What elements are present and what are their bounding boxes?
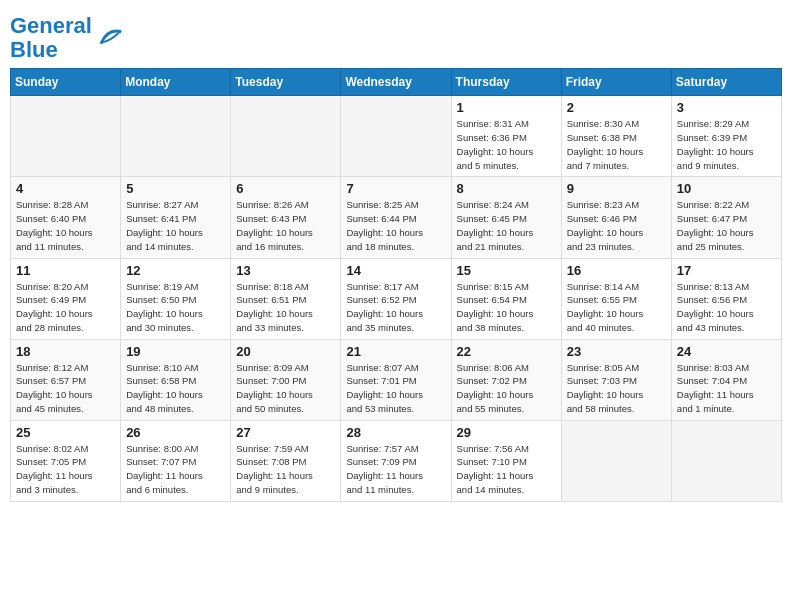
day-info: Sunrise: 8:02 AM Sunset: 7:05 PM Dayligh… <box>16 442 115 497</box>
weekday-header-friday: Friday <box>561 69 671 96</box>
day-info: Sunrise: 8:03 AM Sunset: 7:04 PM Dayligh… <box>677 361 776 416</box>
day-number: 12 <box>126 263 225 278</box>
day-info: Sunrise: 8:15 AM Sunset: 6:54 PM Dayligh… <box>457 280 556 335</box>
day-info: Sunrise: 8:26 AM Sunset: 6:43 PM Dayligh… <box>236 198 335 253</box>
day-number: 21 <box>346 344 445 359</box>
day-info: Sunrise: 8:19 AM Sunset: 6:50 PM Dayligh… <box>126 280 225 335</box>
day-info: Sunrise: 8:25 AM Sunset: 6:44 PM Dayligh… <box>346 198 445 253</box>
day-info: Sunrise: 8:18 AM Sunset: 6:51 PM Dayligh… <box>236 280 335 335</box>
day-info: Sunrise: 8:29 AM Sunset: 6:39 PM Dayligh… <box>677 117 776 172</box>
calendar-cell: 23Sunrise: 8:05 AM Sunset: 7:03 PM Dayli… <box>561 339 671 420</box>
day-info: Sunrise: 8:14 AM Sunset: 6:55 PM Dayligh… <box>567 280 666 335</box>
day-number: 4 <box>16 181 115 196</box>
calendar-cell: 16Sunrise: 8:14 AM Sunset: 6:55 PM Dayli… <box>561 258 671 339</box>
day-number: 11 <box>16 263 115 278</box>
calendar-cell <box>121 96 231 177</box>
calendar-cell: 4Sunrise: 8:28 AM Sunset: 6:40 PM Daylig… <box>11 177 121 258</box>
calendar-cell: 7Sunrise: 8:25 AM Sunset: 6:44 PM Daylig… <box>341 177 451 258</box>
calendar-cell <box>231 96 341 177</box>
calendar-cell: 2Sunrise: 8:30 AM Sunset: 6:38 PM Daylig… <box>561 96 671 177</box>
day-number: 16 <box>567 263 666 278</box>
day-number: 19 <box>126 344 225 359</box>
calendar-cell: 22Sunrise: 8:06 AM Sunset: 7:02 PM Dayli… <box>451 339 561 420</box>
day-number: 18 <box>16 344 115 359</box>
day-info: Sunrise: 8:24 AM Sunset: 6:45 PM Dayligh… <box>457 198 556 253</box>
day-number: 23 <box>567 344 666 359</box>
day-info: Sunrise: 8:07 AM Sunset: 7:01 PM Dayligh… <box>346 361 445 416</box>
calendar-cell: 13Sunrise: 8:18 AM Sunset: 6:51 PM Dayli… <box>231 258 341 339</box>
calendar-cell: 10Sunrise: 8:22 AM Sunset: 6:47 PM Dayli… <box>671 177 781 258</box>
calendar-cell: 29Sunrise: 7:56 AM Sunset: 7:10 PM Dayli… <box>451 420 561 501</box>
day-info: Sunrise: 7:59 AM Sunset: 7:08 PM Dayligh… <box>236 442 335 497</box>
calendar-cell: 15Sunrise: 8:15 AM Sunset: 6:54 PM Dayli… <box>451 258 561 339</box>
calendar-cell: 12Sunrise: 8:19 AM Sunset: 6:50 PM Dayli… <box>121 258 231 339</box>
calendar-cell: 25Sunrise: 8:02 AM Sunset: 7:05 PM Dayli… <box>11 420 121 501</box>
calendar-cell: 14Sunrise: 8:17 AM Sunset: 6:52 PM Dayli… <box>341 258 451 339</box>
day-info: Sunrise: 8:06 AM Sunset: 7:02 PM Dayligh… <box>457 361 556 416</box>
calendar-cell: 21Sunrise: 8:07 AM Sunset: 7:01 PM Dayli… <box>341 339 451 420</box>
calendar-cell: 1Sunrise: 8:31 AM Sunset: 6:36 PM Daylig… <box>451 96 561 177</box>
day-number: 8 <box>457 181 556 196</box>
calendar-cell: 11Sunrise: 8:20 AM Sunset: 6:49 PM Dayli… <box>11 258 121 339</box>
day-number: 2 <box>567 100 666 115</box>
day-info: Sunrise: 8:20 AM Sunset: 6:49 PM Dayligh… <box>16 280 115 335</box>
calendar-cell <box>671 420 781 501</box>
day-number: 29 <box>457 425 556 440</box>
day-info: Sunrise: 8:12 AM Sunset: 6:57 PM Dayligh… <box>16 361 115 416</box>
day-number: 14 <box>346 263 445 278</box>
day-number: 1 <box>457 100 556 115</box>
calendar-cell: 9Sunrise: 8:23 AM Sunset: 6:46 PM Daylig… <box>561 177 671 258</box>
logo: General Blue <box>10 14 122 62</box>
calendar-cell: 28Sunrise: 7:57 AM Sunset: 7:09 PM Dayli… <box>341 420 451 501</box>
calendar-week-3: 11Sunrise: 8:20 AM Sunset: 6:49 PM Dayli… <box>11 258 782 339</box>
day-number: 20 <box>236 344 335 359</box>
calendar-cell: 6Sunrise: 8:26 AM Sunset: 6:43 PM Daylig… <box>231 177 341 258</box>
day-number: 27 <box>236 425 335 440</box>
day-number: 28 <box>346 425 445 440</box>
calendar-week-2: 4Sunrise: 8:28 AM Sunset: 6:40 PM Daylig… <box>11 177 782 258</box>
day-number: 9 <box>567 181 666 196</box>
weekday-header-row: SundayMondayTuesdayWednesdayThursdayFrid… <box>11 69 782 96</box>
weekday-header-wednesday: Wednesday <box>341 69 451 96</box>
logo-blue: Blue <box>10 37 58 62</box>
day-info: Sunrise: 8:31 AM Sunset: 6:36 PM Dayligh… <box>457 117 556 172</box>
day-info: Sunrise: 8:22 AM Sunset: 6:47 PM Dayligh… <box>677 198 776 253</box>
calendar-cell: 18Sunrise: 8:12 AM Sunset: 6:57 PM Dayli… <box>11 339 121 420</box>
calendar-cell: 20Sunrise: 8:09 AM Sunset: 7:00 PM Dayli… <box>231 339 341 420</box>
calendar-cell: 3Sunrise: 8:29 AM Sunset: 6:39 PM Daylig… <box>671 96 781 177</box>
day-number: 6 <box>236 181 335 196</box>
day-number: 3 <box>677 100 776 115</box>
calendar-cell <box>341 96 451 177</box>
day-info: Sunrise: 8:30 AM Sunset: 6:38 PM Dayligh… <box>567 117 666 172</box>
day-number: 22 <box>457 344 556 359</box>
day-info: Sunrise: 8:28 AM Sunset: 6:40 PM Dayligh… <box>16 198 115 253</box>
calendar-week-1: 1Sunrise: 8:31 AM Sunset: 6:36 PM Daylig… <box>11 96 782 177</box>
day-info: Sunrise: 8:00 AM Sunset: 7:07 PM Dayligh… <box>126 442 225 497</box>
day-info: Sunrise: 7:56 AM Sunset: 7:10 PM Dayligh… <box>457 442 556 497</box>
day-number: 10 <box>677 181 776 196</box>
calendar-cell <box>11 96 121 177</box>
day-info: Sunrise: 8:05 AM Sunset: 7:03 PM Dayligh… <box>567 361 666 416</box>
page-header: General Blue <box>10 10 782 62</box>
day-number: 13 <box>236 263 335 278</box>
day-info: Sunrise: 8:23 AM Sunset: 6:46 PM Dayligh… <box>567 198 666 253</box>
calendar-cell <box>561 420 671 501</box>
logo-icon <box>94 24 122 52</box>
calendar-cell: 26Sunrise: 8:00 AM Sunset: 7:07 PM Dayli… <box>121 420 231 501</box>
day-number: 5 <box>126 181 225 196</box>
weekday-header-tuesday: Tuesday <box>231 69 341 96</box>
calendar-cell: 24Sunrise: 8:03 AM Sunset: 7:04 PM Dayli… <box>671 339 781 420</box>
day-number: 24 <box>677 344 776 359</box>
calendar-week-4: 18Sunrise: 8:12 AM Sunset: 6:57 PM Dayli… <box>11 339 782 420</box>
day-info: Sunrise: 8:09 AM Sunset: 7:00 PM Dayligh… <box>236 361 335 416</box>
day-info: Sunrise: 8:27 AM Sunset: 6:41 PM Dayligh… <box>126 198 225 253</box>
day-number: 17 <box>677 263 776 278</box>
weekday-header-saturday: Saturday <box>671 69 781 96</box>
calendar-cell: 27Sunrise: 7:59 AM Sunset: 7:08 PM Dayli… <box>231 420 341 501</box>
day-number: 15 <box>457 263 556 278</box>
weekday-header-thursday: Thursday <box>451 69 561 96</box>
weekday-header-monday: Monday <box>121 69 231 96</box>
calendar-cell: 8Sunrise: 8:24 AM Sunset: 6:45 PM Daylig… <box>451 177 561 258</box>
day-number: 26 <box>126 425 225 440</box>
day-info: Sunrise: 8:13 AM Sunset: 6:56 PM Dayligh… <box>677 280 776 335</box>
